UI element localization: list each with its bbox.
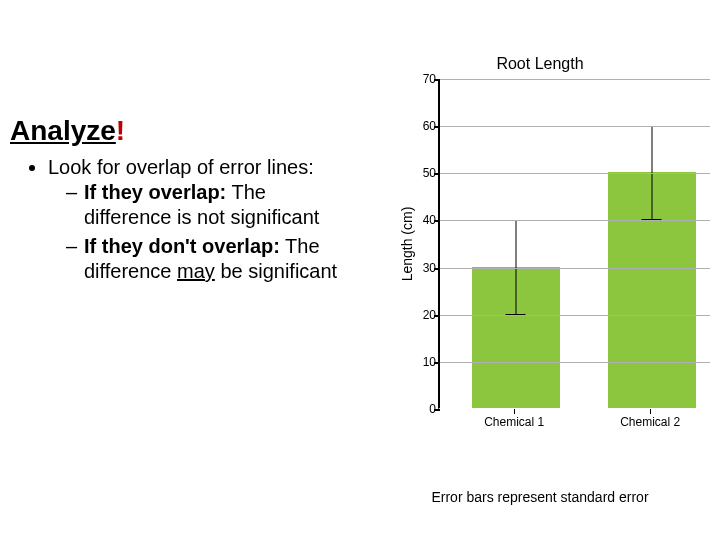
slide-heading: Analyze! bbox=[10, 115, 125, 147]
y-tick-label: 30 bbox=[410, 261, 436, 275]
gridline bbox=[440, 268, 710, 269]
chart-title: Root Length bbox=[370, 55, 710, 73]
y-tick-label: 20 bbox=[410, 308, 436, 322]
bullet-block: Look for overlap of error lines: If they… bbox=[30, 155, 350, 288]
sub2-lead: If they don't overlap: bbox=[84, 235, 280, 257]
chart-caption: Error bars represent standard error bbox=[370, 489, 710, 505]
gridline bbox=[440, 220, 710, 221]
y-tick-label: 0 bbox=[410, 402, 436, 416]
x-tick-label: Chemical 2 bbox=[606, 415, 694, 429]
bars-layer bbox=[440, 79, 710, 408]
y-tick-label: 10 bbox=[410, 355, 436, 369]
bullet-main-text: Look for overlap of error lines: bbox=[48, 156, 314, 178]
plot-area: Length (cm) 010203040506070 bbox=[410, 79, 710, 409]
heading-exclaim: ! bbox=[116, 115, 125, 146]
gridline bbox=[440, 173, 710, 174]
x-ticks: Chemical 1Chemical 2 bbox=[438, 409, 710, 449]
x-tick-label: Chemical 1 bbox=[470, 415, 558, 429]
plot: 010203040506070 bbox=[438, 79, 710, 409]
bullet-sub-2: If they don't overlap: The difference ma… bbox=[66, 234, 350, 284]
sub2-rest-b: be significant bbox=[215, 260, 337, 282]
y-tick-label: 40 bbox=[410, 213, 436, 227]
bullet-sub-1: If they overlap: The difference is not s… bbox=[66, 180, 350, 230]
gridline bbox=[440, 126, 710, 127]
gridline bbox=[440, 362, 710, 363]
sub2-may: may bbox=[177, 260, 215, 282]
sub1-lead: If they overlap: bbox=[84, 181, 226, 203]
slide: Analyze! Look for overlap of error lines… bbox=[0, 0, 720, 540]
gridline bbox=[440, 315, 710, 316]
chart: Root Length Length (cm) 010203040506070 … bbox=[370, 55, 710, 485]
bullet-main: Look for overlap of error lines: If they… bbox=[48, 155, 350, 284]
y-tick-label: 60 bbox=[410, 119, 436, 133]
y-tick-label: 70 bbox=[410, 72, 436, 86]
heading-text: Analyze bbox=[10, 115, 116, 146]
gridline bbox=[440, 79, 710, 80]
y-tick-label: 50 bbox=[410, 166, 436, 180]
